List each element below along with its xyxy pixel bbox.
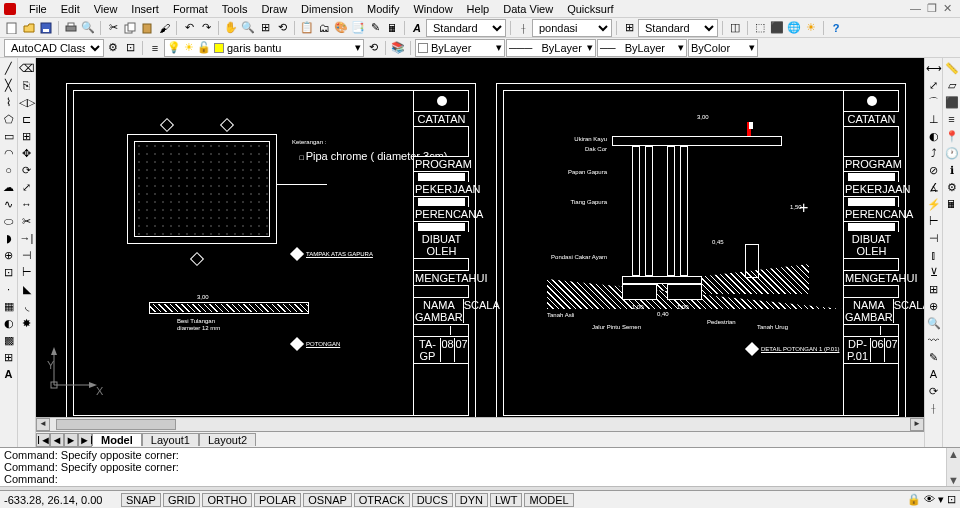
zoom-icon[interactable]: 🔍 <box>240 20 256 36</box>
xline-icon[interactable]: ╳ <box>1 77 17 93</box>
break-icon[interactable]: ⊣ <box>19 247 35 263</box>
circle-icon[interactable]: ○ <box>1 162 17 178</box>
tolerance-icon[interactable]: ⊞ <box>926 281 942 297</box>
menu-dataview[interactable]: Data View <box>496 1 560 17</box>
dimstyle2-icon[interactable]: ⟊ <box>926 400 942 416</box>
designcenter-icon[interactable]: 🗂 <box>316 20 332 36</box>
point-icon[interactable]: · <box>1 281 17 297</box>
gradient-icon[interactable]: ◐ <box>1 315 17 331</box>
table-icon[interactable]: ⊞ <box>1 349 17 365</box>
dimdia-icon[interactable]: ⊘ <box>926 162 942 178</box>
layer-prev-icon[interactable]: ⟲ <box>365 40 381 56</box>
tab-next-icon[interactable]: ► <box>64 433 78 447</box>
tab-first-icon[interactable]: I◄ <box>36 433 50 447</box>
copy2-icon[interactable]: ⎘ <box>19 77 35 93</box>
revcloud-icon[interactable]: ☁ <box>1 179 17 195</box>
dimjogline-icon[interactable]: 〰 <box>926 332 942 348</box>
dimaligned-icon[interactable]: ⤢ <box>926 77 942 93</box>
pline-icon[interactable]: ⌇ <box>1 94 17 110</box>
stretch-icon[interactable]: ↔ <box>19 196 35 212</box>
block-icon[interactable]: ◫ <box>727 20 743 36</box>
restore-icon[interactable]: ❐ <box>927 2 937 15</box>
tablestyle-combo[interactable]: Standard <box>638 19 718 37</box>
menu-draw[interactable]: Draw <box>254 1 294 17</box>
tab-layout1[interactable]: Layout1 <box>142 433 199 446</box>
massprop-icon[interactable]: ⬛ <box>944 94 960 110</box>
ellipsearc-icon[interactable]: ◗ <box>1 230 17 246</box>
status-icon[interactable]: ℹ <box>944 162 960 178</box>
zoom-window-icon[interactable]: ⊞ <box>257 20 273 36</box>
area-icon[interactable]: ▱ <box>944 77 960 93</box>
dimspace-icon[interactable]: ⫿ <box>926 247 942 263</box>
layer-props-icon[interactable]: ≡ <box>147 40 163 56</box>
setvar-icon[interactable]: ⚙ <box>944 179 960 195</box>
sheetset-icon[interactable]: 📑 <box>350 20 366 36</box>
tab-last-icon[interactable]: ►I <box>78 433 92 447</box>
match-icon[interactable]: 🖌 <box>156 20 172 36</box>
erase-icon[interactable]: ⌫ <box>19 60 35 76</box>
menu-modify[interactable]: Modify <box>360 1 406 17</box>
dimbreak-icon[interactable]: ⊻ <box>926 264 942 280</box>
tray-icon[interactable]: ▾ <box>938 493 944 506</box>
line-icon[interactable]: ╱ <box>1 60 17 76</box>
polygon-icon[interactable]: ⬠ <box>1 111 17 127</box>
toggle-snap[interactable]: SNAP <box>121 493 161 507</box>
layer-combo[interactable]: 💡 ☀ 🔓 garis bantu ▾ <box>164 39 364 57</box>
menu-help[interactable]: Help <box>460 1 497 17</box>
hatch-icon[interactable]: ▦ <box>1 298 17 314</box>
toggle-otrack[interactable]: OTRACK <box>354 493 410 507</box>
preview-icon[interactable]: 🔍 <box>80 20 96 36</box>
ellipse-icon[interactable]: ⬭ <box>1 213 17 229</box>
toggle-osnap[interactable]: OSNAP <box>303 493 352 507</box>
render-icon[interactable]: 🌐 <box>786 20 802 36</box>
textstyle-letter-icon[interactable]: A <box>409 20 425 36</box>
dimbase-icon[interactable]: ⊢ <box>926 213 942 229</box>
diminspect-icon[interactable]: 🔍 <box>926 315 942 331</box>
markup-icon[interactable]: ✎ <box>367 20 383 36</box>
menu-view[interactable]: View <box>87 1 125 17</box>
list-icon[interactable]: ≡ <box>944 111 960 127</box>
toolpalette-icon[interactable]: 🎨 <box>333 20 349 36</box>
menu-tools[interactable]: Tools <box>215 1 255 17</box>
explode-icon[interactable]: ✸ <box>19 315 35 331</box>
mirror-icon[interactable]: ◁▷ <box>19 94 35 110</box>
dimrad-icon[interactable]: ◐ <box>926 128 942 144</box>
spline-icon[interactable]: ∿ <box>1 196 17 212</box>
scale-icon[interactable]: ⤢ <box>19 179 35 195</box>
toggle-lwt[interactable]: LWT <box>490 493 522 507</box>
lineweight-combo[interactable]: ── ByLayer▾ <box>597 39 687 57</box>
color-combo[interactable]: ByLayer▾ <box>415 39 505 57</box>
save-icon[interactable] <box>38 20 54 36</box>
annovisible-icon[interactable]: 👁 <box>924 493 935 506</box>
dimedit-icon[interactable]: ✎ <box>926 349 942 365</box>
menu-edit[interactable]: Edit <box>54 1 87 17</box>
drawing-area[interactable]: Keterangan : ☐ Pipa chrome ( diameter 3c… <box>36 58 924 447</box>
id-icon[interactable]: 📍 <box>944 128 960 144</box>
cleanscreen-icon[interactable]: ⊡ <box>947 493 956 506</box>
tab-prev-icon[interactable]: ◄ <box>50 433 64 447</box>
dimjog-icon[interactable]: ⤴ <box>926 145 942 161</box>
zoom-prev-icon[interactable]: ⟲ <box>274 20 290 36</box>
properties-icon[interactable]: 📋 <box>299 20 315 36</box>
dimupdate-icon[interactable]: ⟳ <box>926 383 942 399</box>
minimize-icon[interactable]: — <box>910 2 921 15</box>
open-icon[interactable] <box>21 20 37 36</box>
toggle-ortho[interactable]: ORTHO <box>202 493 252 507</box>
copy-icon[interactable] <box>122 20 138 36</box>
dimord-icon[interactable]: ⊥ <box>926 111 942 127</box>
workspace-combo[interactable]: AutoCAD Classic <box>4 39 104 57</box>
makeblock-icon[interactable]: ⊡ <box>1 264 17 280</box>
menu-file[interactable]: File <box>22 1 54 17</box>
workspace-save-icon[interactable]: ⊡ <box>122 40 138 56</box>
qdim-icon[interactable]: ⚡ <box>926 196 942 212</box>
offset-icon[interactable]: ⊏ <box>19 111 35 127</box>
move-icon[interactable]: ✥ <box>19 145 35 161</box>
close-icon[interactable]: ✕ <box>943 2 952 15</box>
workspace-settings-icon[interactable]: ⚙ <box>105 40 121 56</box>
mtext-icon[interactable]: A <box>1 366 17 382</box>
h-scrollbar[interactable]: ◄ ► <box>36 417 924 431</box>
sun-icon[interactable]: ☀ <box>803 20 819 36</box>
dimstyle-combo[interactable]: pondasi <box>532 19 612 37</box>
toggle-model[interactable]: MODEL <box>524 493 573 507</box>
paste-icon[interactable] <box>139 20 155 36</box>
